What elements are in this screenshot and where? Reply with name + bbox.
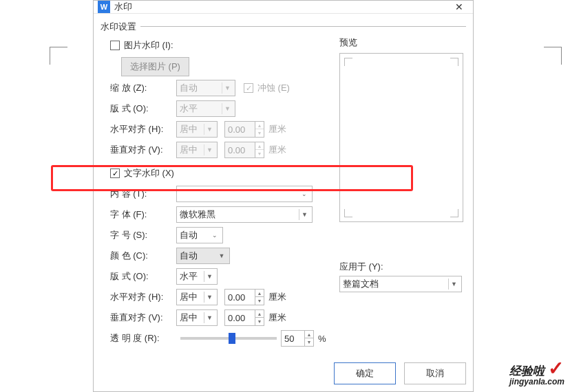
layout1-value: 水平 bbox=[180, 102, 198, 115]
check-icon: ✓ bbox=[548, 358, 564, 379]
select-valign1[interactable]: 居中 ▼ bbox=[176, 142, 218, 158]
label-image-wm: 图片水印 (I): bbox=[124, 39, 173, 52]
label-color: 颜 色 (C): bbox=[110, 250, 176, 262]
select-layout2[interactable]: 水平 ▼ bbox=[176, 268, 218, 285]
titlebar: W 水印 ✕ bbox=[94, 1, 473, 14]
size-value: 自动 bbox=[180, 229, 198, 241]
preview-box bbox=[339, 53, 463, 222]
chevron-down-icon: ▼ bbox=[204, 124, 215, 135]
chevron-down-icon: ▼ bbox=[204, 312, 215, 323]
select-valign2[interactable]: 居中 ▼ bbox=[176, 309, 218, 326]
right-panel: 预览 应用于 (Y): 整篇文档 ▼ bbox=[328, 34, 466, 350]
label-halign1: 水平对齐 (H): bbox=[110, 123, 176, 135]
apply-label: 应用于 (Y): bbox=[339, 261, 466, 273]
label-font: 字 体 (F): bbox=[110, 208, 176, 221]
font-value: 微软雅黑 bbox=[180, 208, 215, 221]
select-zoom[interactable]: 自动 ▼ bbox=[176, 80, 235, 96]
num-valign2[interactable]: 0.00 bbox=[224, 309, 255, 326]
select-halign2[interactable]: 居中 ▼ bbox=[176, 289, 218, 305]
unit-halign1: 厘米 bbox=[268, 123, 286, 135]
checkbox-image-wm[interactable] bbox=[110, 41, 120, 50]
chevron-down-icon: ▼ bbox=[222, 83, 233, 94]
num-valign1[interactable]: 0.00 bbox=[224, 142, 255, 158]
dialog-content: 水印设置 图片水印 (I): 选择图片 (P) 缩 放 (Z): 自动 bbox=[94, 14, 473, 391]
opacity-slider[interactable] bbox=[180, 337, 277, 340]
crop-mark-tr bbox=[544, 47, 562, 52]
cancel-button[interactable]: 取消 bbox=[404, 362, 466, 384]
group-title-wm: 水印设置 bbox=[101, 21, 140, 33]
chevron-down-icon: ▼ bbox=[204, 292, 215, 303]
apply-value: 整篇文档 bbox=[343, 278, 379, 290]
dialog-title: 水印 bbox=[114, 1, 445, 13]
spinner-halign1[interactable]: ▲▼ bbox=[255, 121, 264, 138]
slider-thumb[interactable] bbox=[229, 333, 235, 344]
label-content: 内 容 (T): bbox=[110, 188, 176, 200]
unit-opacity: % bbox=[318, 334, 326, 344]
chevron-down-icon: ⌄ bbox=[209, 230, 220, 241]
halign1-value: 居中 bbox=[180, 123, 198, 135]
spinner-valign1[interactable]: ▲▼ bbox=[255, 142, 264, 158]
label-layout2: 版 式 (O): bbox=[110, 270, 176, 283]
label-opacity: 透 明 度 (R): bbox=[110, 332, 176, 345]
chevron-down-icon: ▼ bbox=[448, 279, 459, 290]
close-button[interactable]: ✕ bbox=[445, 1, 473, 13]
checkbox-text-wm[interactable] bbox=[110, 168, 120, 178]
chevron-down-icon: ▼ bbox=[222, 103, 233, 114]
checkbox-erosion[interactable] bbox=[244, 83, 253, 93]
dialog-window: W 水印 ✕ 水印设置 图片水印 (I): 选择图片 (P) 缩 放 (Z): bbox=[93, 0, 474, 392]
label-size: 字 号 (S): bbox=[110, 229, 176, 241]
left-panel: 图片水印 (I): 选择图片 (P) 缩 放 (Z): 自动 ▼ 冲蚀 ( bbox=[101, 34, 328, 350]
valign2-value: 居中 bbox=[180, 312, 198, 324]
select-halign1[interactable]: 居中 ▼ bbox=[176, 121, 218, 138]
chevron-down-icon: ▼ bbox=[299, 209, 310, 220]
ok-button[interactable]: 确定 bbox=[334, 362, 396, 384]
badge-text: 经验啦 bbox=[509, 364, 545, 378]
label-layout1: 版 式 (O): bbox=[110, 102, 176, 115]
select-apply[interactable]: 整篇文档 ▼ bbox=[339, 276, 462, 292]
spinner-halign2[interactable]: ▲▼ bbox=[255, 289, 264, 305]
spinner-valign2[interactable]: ▲▼ bbox=[255, 309, 264, 326]
crop-mark-tl bbox=[50, 47, 67, 52]
label-zoom: 缩 放 (Z): bbox=[110, 82, 176, 94]
unit-halign2: 厘米 bbox=[268, 291, 286, 303]
label-text-wm: 文字水印 (X) bbox=[124, 167, 174, 179]
label-valign1: 垂直对齐 (V): bbox=[110, 144, 176, 156]
unit-valign2: 厘米 bbox=[268, 312, 286, 324]
select-font[interactable]: 微软雅黑 ▼ bbox=[176, 206, 313, 223]
chevron-down-icon: ⌄ bbox=[299, 188, 310, 199]
preview-label: 预览 bbox=[339, 36, 466, 49]
valign1-value: 居中 bbox=[180, 144, 198, 156]
layout2-value: 水平 bbox=[180, 270, 198, 283]
spinner-opacity[interactable]: ▲▼ bbox=[304, 330, 314, 347]
label-valign2: 垂直对齐 (V): bbox=[110, 312, 176, 324]
select-image-button[interactable]: 选择图片 (P) bbox=[121, 57, 189, 76]
num-halign1[interactable]: 0.00 bbox=[224, 121, 255, 138]
group-watermark-settings: 水印设置 图片水印 (I): 选择图片 (P) 缩 放 (Z): 自动 bbox=[101, 26, 466, 350]
num-halign2[interactable]: 0.00 bbox=[224, 289, 255, 305]
label-erosion: 冲蚀 (E) bbox=[257, 82, 290, 94]
select-content[interactable]: ⌄ bbox=[176, 186, 313, 202]
footer-buttons: 确定 取消 bbox=[101, 350, 466, 384]
label-halign2: 水平对齐 (H): bbox=[110, 291, 176, 303]
chevron-down-icon: ▼ bbox=[216, 250, 227, 261]
zoom-value: 自动 bbox=[180, 82, 198, 94]
halign2-value: 居中 bbox=[180, 291, 198, 303]
watermark-badge: 经验啦 ✓ jingyanla.com bbox=[509, 357, 564, 386]
select-size[interactable]: 自动 ⌄ bbox=[176, 227, 223, 243]
row-text-wm: 文字水印 (X) bbox=[110, 164, 328, 182]
color-value: 自动 bbox=[180, 250, 198, 262]
chevron-down-icon: ▼ bbox=[204, 271, 215, 282]
unit-valign1: 厘米 bbox=[268, 144, 286, 156]
badge-url: jingyanla.com bbox=[509, 377, 564, 386]
row-image-wm: 图片水印 (I): bbox=[110, 36, 328, 54]
chevron-down-icon: ▼ bbox=[204, 144, 215, 155]
select-layout1[interactable]: 水平 ▼ bbox=[176, 100, 235, 117]
app-icon: W bbox=[98, 1, 110, 13]
select-color[interactable]: 自动 ▼ bbox=[176, 248, 230, 264]
num-opacity[interactable]: 50 bbox=[281, 330, 304, 347]
